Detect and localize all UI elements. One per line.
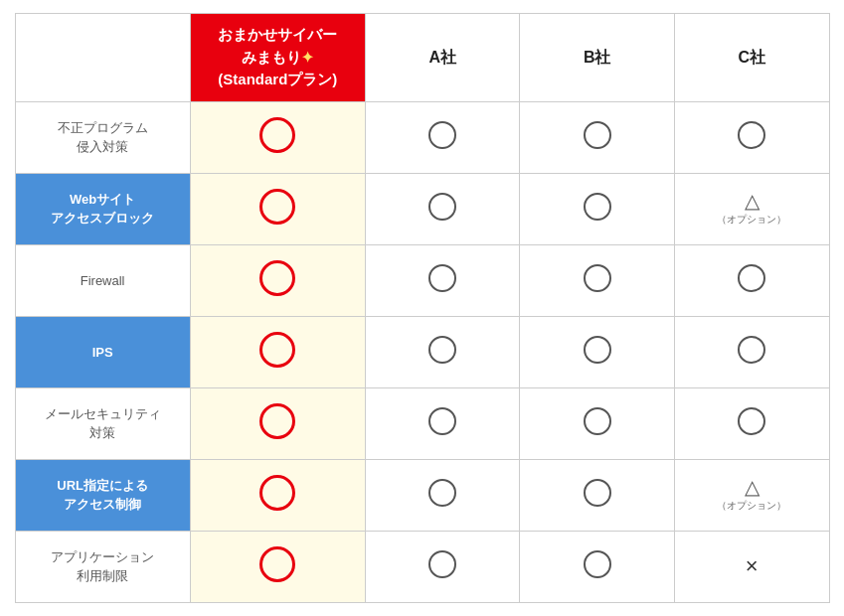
circle-icon — [738, 121, 765, 149]
company-c-cell-5: △ （オプション） — [674, 459, 829, 531]
company-c-cell-1: △ （オプション） — [674, 173, 829, 244]
company-c-cell-0 — [674, 101, 829, 173]
omakase-cell-0 — [190, 101, 365, 173]
circle-red-icon — [259, 260, 295, 296]
triangle-option: △ （オプション） — [681, 191, 823, 227]
triangle-symbol: △ — [745, 191, 760, 211]
company-b-cell-4 — [520, 387, 675, 459]
circle-red-icon — [259, 546, 295, 582]
omakase-cell-4 — [190, 387, 365, 459]
omakase-cell-2 — [190, 244, 365, 316]
cross-symbol: × — [746, 553, 759, 578]
circle-icon — [738, 407, 765, 435]
header-company-c: C社 — [674, 14, 829, 102]
company-b-cell-5 — [520, 459, 675, 531]
omakase-plan: (Standardプラン) — [218, 71, 337, 87]
company-a-cell-5 — [365, 459, 520, 531]
circle-icon — [738, 264, 765, 292]
omakase-cell-3 — [190, 316, 365, 387]
circle-red-icon — [259, 475, 295, 511]
omakase-cell-5 — [190, 459, 365, 531]
omakase-line1: おまかせサイバー — [218, 26, 337, 43]
feature-label-6: アプリケーション利用制限 — [15, 531, 190, 602]
circle-icon — [584, 264, 611, 292]
company-c-cell-3 — [674, 316, 829, 387]
comparison-table: おまかせサイバー みまもり✦ (Standardプラン) A社 B社 C社 不正… — [15, 13, 830, 603]
circle-icon — [428, 479, 456, 507]
circle-icon — [738, 336, 765, 364]
company-b-cell-1 — [520, 173, 675, 244]
company-a-cell-0 — [365, 101, 520, 173]
circle-icon — [428, 264, 456, 292]
option-text: （オプション） — [717, 499, 786, 513]
company-a-cell-4 — [365, 387, 520, 459]
feature-label-0: 不正プログラム侵入対策 — [15, 101, 190, 173]
company-b-cell-6 — [520, 531, 675, 602]
company-c-cell-6: × — [674, 531, 829, 602]
header-feature-col — [15, 14, 190, 102]
triangle-symbol: △ — [745, 477, 760, 497]
circle-icon — [584, 193, 611, 221]
company-a-cell-3 — [365, 316, 520, 387]
circle-icon — [428, 193, 456, 221]
circle-red-icon — [259, 332, 295, 368]
circle-icon — [428, 407, 456, 435]
omakase-stars: ✦ — [301, 49, 314, 66]
feature-label-3: IPS — [15, 316, 190, 387]
header-company-b: B社 — [520, 14, 675, 102]
header-omakase-col: おまかせサイバー みまもり✦ (Standardプラン) — [190, 14, 365, 102]
omakase-cell-6 — [190, 531, 365, 602]
circle-red-icon — [259, 117, 295, 153]
company-a-cell-6 — [365, 531, 520, 602]
feature-label-1: Webサイトアクセスブロック — [15, 173, 190, 244]
circle-icon — [584, 479, 611, 507]
circle-icon — [584, 336, 611, 364]
circle-red-icon — [259, 189, 295, 225]
circle-red-icon — [259, 403, 295, 439]
circle-icon — [428, 550, 456, 578]
circle-icon — [584, 550, 611, 578]
company-b-cell-0 — [520, 101, 675, 173]
circle-icon — [428, 121, 456, 149]
company-b-cell-2 — [520, 244, 675, 316]
triangle-option: △ （オプション） — [681, 477, 823, 513]
circle-icon — [428, 336, 456, 364]
company-b-cell-3 — [520, 316, 675, 387]
feature-label-5: URL指定によるアクセス制御 — [15, 459, 190, 531]
omakase-cell-1 — [190, 173, 365, 244]
company-a-cell-2 — [365, 244, 520, 316]
option-text: （オプション） — [717, 213, 786, 227]
feature-label-2: Firewall — [15, 244, 190, 316]
company-c-cell-4 — [674, 387, 829, 459]
circle-icon — [584, 121, 611, 149]
header-company-a: A社 — [365, 14, 520, 102]
company-c-cell-2 — [674, 244, 829, 316]
feature-label-4: メールセキュリティ対策 — [15, 387, 190, 459]
company-a-cell-1 — [365, 173, 520, 244]
omakase-line2: みまもり — [242, 49, 301, 66]
circle-icon — [584, 407, 611, 435]
